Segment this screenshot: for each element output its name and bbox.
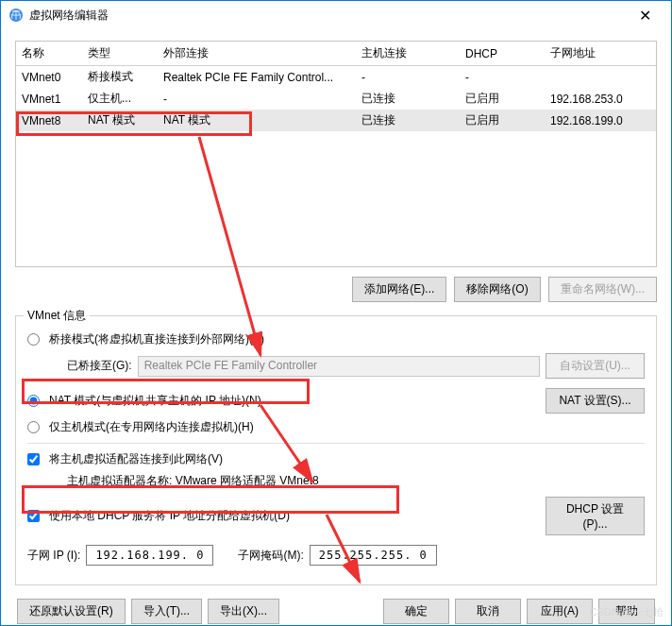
import-button[interactable]: 导入(T)... (131, 599, 202, 624)
group-legend: VMnet 信息 (24, 308, 90, 324)
host-connect-check[interactable] (27, 453, 40, 465)
dhcp-label: 使用本地 DHCP 服务将 IP 地址分配给虚拟机(D) (49, 508, 290, 524)
dhcp-check[interactable] (27, 510, 40, 522)
cancel-button[interactable]: 取消 (455, 599, 521, 624)
col-ext[interactable]: 外部连接 (158, 42, 356, 66)
titlebar: 虚拟网络编辑器 ✕ (1, 1, 671, 29)
col-type[interactable]: 类型 (82, 42, 158, 66)
subnet-mask-field[interactable] (310, 545, 437, 566)
dhcp-settings-button[interactable]: DHCP 设置(P)... (546, 497, 645, 535)
restore-defaults-button[interactable]: 还原默认设置(R) (17, 599, 126, 624)
window-title: 虚拟网络编辑器 (29, 8, 626, 24)
bridged-to-combo: Realtek PCIe FE Family Controller (138, 356, 540, 377)
hostonly-radio[interactable] (27, 421, 40, 433)
subnet-ip-label: 子网 IP (I): (27, 548, 80, 564)
col-subnet[interactable]: 子网地址 (545, 42, 656, 66)
table-row[interactable]: VMnet8NAT 模式NAT 模式已连接已启用192.168.199.0 (16, 110, 656, 131)
apply-button[interactable]: 应用(A) (527, 599, 593, 624)
vmnet-info-group: VMnet 信息 桥接模式(将虚拟机直接连接到外部网络)(B) 已桥接至(G):… (15, 315, 657, 585)
subnet-mask-label: 子网掩码(M): (238, 548, 303, 564)
col-host[interactable]: 主机连接 (356, 42, 460, 66)
table-row[interactable]: VMnet1仅主机...-已连接已启用192.168.253.0 (16, 88, 656, 110)
table-row[interactable]: VMnet0桥接模式Realtek PCIe FE Family Control… (16, 66, 656, 89)
remove-network-button[interactable]: 移除网络(O) (454, 277, 540, 302)
subnet-ip-field[interactable] (86, 545, 213, 566)
host-connect-label: 将主机虚拟适配器连接到此网络(V) (49, 451, 223, 467)
auto-settings-button: 自动设置(U)... (546, 353, 645, 379)
nat-settings-button[interactable]: NAT 设置(S)... (546, 388, 645, 414)
close-button[interactable]: ✕ (626, 1, 664, 29)
ok-button[interactable]: 确定 (383, 599, 449, 624)
add-network-button[interactable]: 添加网络(E)... (352, 277, 446, 302)
network-table[interactable]: 名称 类型 外部连接 主机连接 DHCP 子网地址 VMnet0桥接模式Real… (15, 41, 657, 267)
bridged-to-label: 已桥接至(G): (67, 358, 132, 374)
bridge-label: 桥接模式(将虚拟机直接连接到外部网络)(B) (49, 331, 264, 347)
rename-network-button: 重命名网络(W)... (548, 277, 657, 302)
hostonly-label: 仅主机模式(在专用网络内连接虚拟机)(H) (49, 419, 254, 435)
col-dhcp[interactable]: DHCP (460, 42, 545, 66)
app-icon (8, 8, 24, 23)
host-adapter-name: 主机虚拟适配器名称: VMware 网络适配器 VMnet8 (67, 473, 319, 489)
col-name[interactable]: 名称 (16, 42, 82, 66)
export-button[interactable]: 导出(X)... (208, 599, 279, 624)
nat-label: NAT 模式(与虚拟机共享主机的 IP 地址)(N) (49, 393, 261, 409)
nat-radio[interactable] (27, 395, 40, 407)
watermark: CSDN @十七拾 (590, 605, 664, 619)
bridge-radio[interactable] (27, 333, 40, 346)
